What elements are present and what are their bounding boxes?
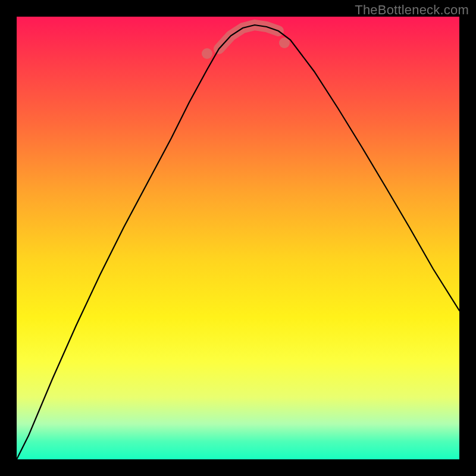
watermark-text: TheBottleneck.com (355, 2, 469, 18)
optimal-marker-left (202, 48, 212, 59)
optimal-range-highlight (219, 25, 278, 49)
optimal-marker-right (279, 37, 290, 48)
bottleneck-curve-svg (17, 17, 459, 459)
bottleneck-curve-line (17, 25, 459, 459)
chart-plot-area (17, 17, 459, 459)
